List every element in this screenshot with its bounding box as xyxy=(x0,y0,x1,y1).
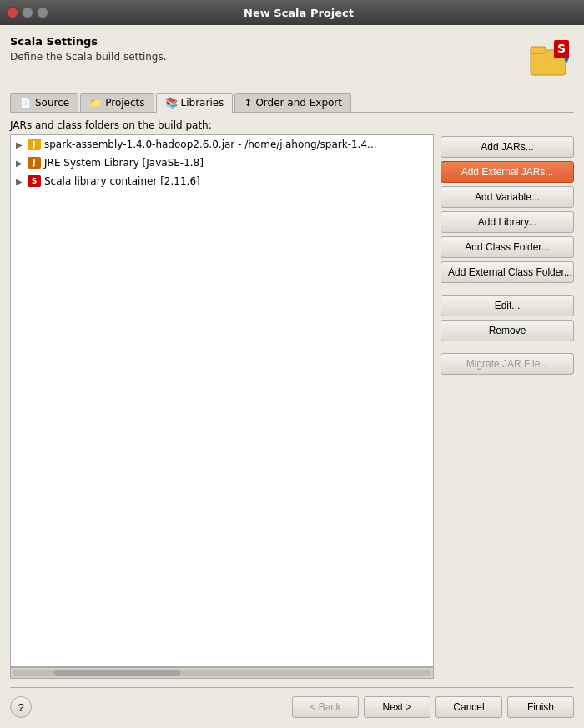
svg-text:S: S xyxy=(557,42,566,55)
jre-label: JRE System Library [JavaSE-1.8] xyxy=(44,157,204,169)
add-library-button[interactable]: Add Library... xyxy=(441,211,574,233)
maximize-button[interactable] xyxy=(37,7,48,18)
scala-lib-icon xyxy=(28,174,41,188)
jre-expand-arrow: ▶ xyxy=(16,159,24,168)
minimize-button[interactable] xyxy=(22,7,33,18)
remove-button[interactable]: Remove xyxy=(441,320,574,341)
tab-libraries-label: Libraries xyxy=(181,97,224,109)
add-external-class-folder-button[interactable]: Add External Class Folder... xyxy=(441,261,574,283)
tab-source[interactable]: 📄 Source xyxy=(10,93,78,112)
scala-expand-arrow: ▶ xyxy=(16,177,24,186)
spark-jar-label: spark-assembly-1.4.0-hadoop2.6.0.jar - /… xyxy=(44,139,377,150)
tab-order-export-label: Order and Export xyxy=(255,97,342,109)
header-section: Scala Settings Define the Scala build se… xyxy=(10,35,574,84)
cancel-button[interactable]: Cancel xyxy=(435,696,502,718)
source-tab-icon: 📄 xyxy=(19,97,32,109)
main-area: JARs and class folders on the build path… xyxy=(10,119,574,679)
tabs-row: 📄 Source 📁 Projects 📚 Libraries ↕ Order … xyxy=(10,93,574,113)
scrollbar-track xyxy=(13,670,431,676)
window-title: New Scala Project xyxy=(53,7,544,19)
close-button[interactable] xyxy=(7,7,18,18)
dialog-content: Scala Settings Define the Scala build se… xyxy=(0,25,584,679)
tab-projects-label: Projects xyxy=(105,97,144,109)
migrate-jar-button[interactable]: Migrate JAR File... xyxy=(441,353,574,375)
header-text: Scala Settings Define the Scala build se… xyxy=(10,35,167,63)
order-export-tab-icon: ↕ xyxy=(244,97,252,109)
tree-item-scala[interactable]: ▶ Scala library container [2.11.6] xyxy=(11,172,433,190)
add-class-folder-button[interactable]: Add Class Folder... xyxy=(441,236,574,258)
left-panel: JARs and class folders on the build path… xyxy=(10,119,434,679)
add-external-jars-button[interactable]: Add External JARs... xyxy=(441,161,574,183)
svg-rect-1 xyxy=(531,47,546,53)
scrollbar-thumb xyxy=(54,670,180,676)
bottom-buttons: ? < Back Next > Cancel Finish xyxy=(10,696,574,718)
tree-item-spark[interactable]: ▶ spark-assembly-1.4.0-hadoop2.6.0.jar -… xyxy=(11,135,433,154)
projects-tab-icon: 📁 xyxy=(89,97,102,109)
scala-folder-icon: S xyxy=(527,35,574,84)
bottom-area: ? < Back Next > Cancel Finish xyxy=(0,679,584,728)
tab-libraries[interactable]: 📚 Libraries xyxy=(156,93,234,113)
add-jars-button[interactable]: Add JARs... xyxy=(441,136,574,158)
edit-button[interactable]: Edit... xyxy=(441,295,574,316)
title-bar: New Scala Project xyxy=(0,0,584,25)
next-button[interactable]: Next > xyxy=(364,696,430,718)
horizontal-scrollbar[interactable] xyxy=(10,667,434,679)
right-panel: Add JARs... Add External JARs... Add Var… xyxy=(441,119,574,679)
tree-item-jre[interactable]: ▶ JRE System Library [JavaSE-1.8] xyxy=(11,154,433,172)
finish-button[interactable]: Finish xyxy=(507,696,574,718)
add-variable-button[interactable]: Add Variable... xyxy=(441,186,574,208)
panel-label: JARs and class folders on the build path… xyxy=(10,119,434,131)
spark-jar-icon xyxy=(28,138,41,151)
settings-title: Scala Settings xyxy=(10,35,167,48)
tab-order-export[interactable]: ↕ Order and Export xyxy=(234,93,351,112)
spark-expand-arrow: ▶ xyxy=(16,140,24,149)
scala-lib-label: Scala library container [2.11.6] xyxy=(44,175,200,187)
tab-source-label: Source xyxy=(35,97,69,109)
settings-desc: Define the Scala build settings. xyxy=(10,51,167,63)
help-button[interactable]: ? xyxy=(10,696,32,718)
tab-projects[interactable]: 📁 Projects xyxy=(80,93,154,112)
jre-icon xyxy=(28,156,41,169)
window-controls xyxy=(7,7,48,18)
tree-container[interactable]: ▶ spark-assembly-1.4.0-hadoop2.6.0.jar -… xyxy=(10,134,434,667)
back-button[interactable]: < Back xyxy=(292,696,359,718)
libraries-tab-icon: 📚 xyxy=(165,97,178,109)
bottom-separator xyxy=(10,687,574,688)
